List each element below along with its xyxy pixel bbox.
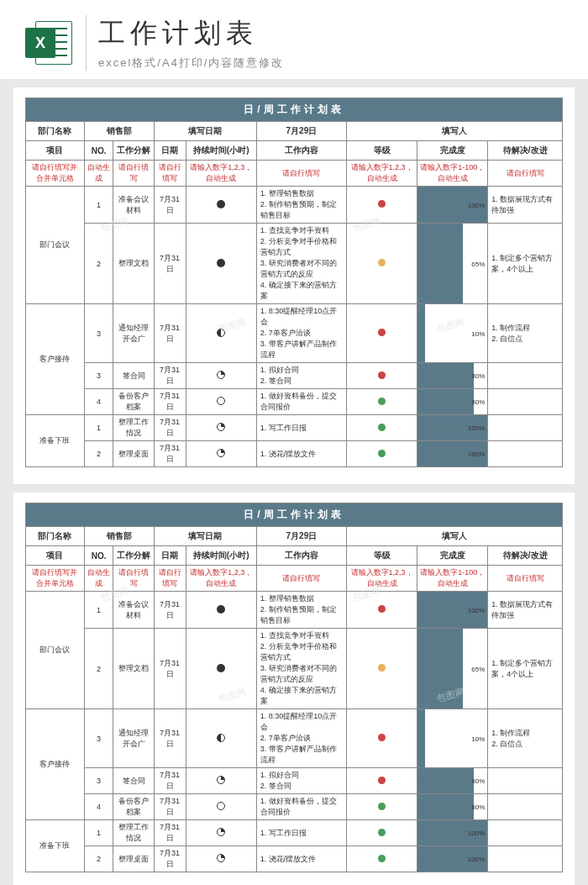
duration-cell	[186, 304, 256, 363]
content-cell: 1. 查找竞争对手资料2. 分析竞争对手价格和营销方式3. 研究消费者对不同的营…	[256, 629, 346, 709]
note-cell	[488, 441, 563, 467]
hint-cell: 请自行填写	[256, 161, 346, 187]
level-dot-icon	[378, 329, 386, 336]
col-header: 等级	[346, 546, 417, 566]
hint-cell: 自动生成	[84, 566, 113, 592]
duration-cell	[186, 629, 256, 709]
sheet-preview-2: 日/周工作计划表部门名称销售部填写日期7月29日填写人项目NO.工作分解日期持续…	[13, 493, 575, 885]
group-name: 准备下班	[26, 415, 85, 467]
col-header: 持续时间(小时)	[186, 546, 256, 566]
dept-label: 部门名称	[26, 527, 85, 546]
date-cell: 7月31日	[154, 629, 186, 709]
table-row: 准备下班1整理工作情况7月31日1. 写工作日报100%	[26, 415, 563, 441]
duration-cell	[186, 592, 256, 629]
task-cell: 备份客户档案	[113, 794, 154, 820]
note-cell: 1. 制定多个营销方案，4个以上	[488, 224, 563, 304]
progress-cell: 100%	[417, 187, 488, 224]
progress-cell: 65%	[417, 629, 488, 709]
level-dot-icon	[378, 200, 386, 208]
phase-icon	[217, 802, 225, 810]
content-cell: 1. 做好资料备份，提交合同报价	[256, 389, 346, 415]
level-dot-icon	[378, 259, 386, 266]
content-cell: 1. 查找竞争对手资料2. 分析竞争对手价格和营销方式3. 研究消费者对不同的营…	[256, 224, 346, 304]
table-title: 日/周工作计划表	[26, 98, 563, 122]
row-no: 3	[84, 363, 113, 389]
sheet-preview-1: 日/周工作计划表部门名称销售部填写日期7月29日填写人项目NO.工作分解日期持续…	[13, 87, 575, 484]
dept-label: 部门名称	[26, 122, 85, 141]
task-cell: 整理工作情况	[113, 820, 154, 846]
progress-cell: 80%	[417, 363, 488, 389]
phase-icon	[217, 329, 225, 337]
level-cell	[346, 415, 417, 441]
group-name: 客户接待	[26, 304, 85, 415]
hint-cell: 请自行填写	[113, 161, 154, 187]
col-header: 日期	[154, 546, 186, 566]
progress-cell: 80%	[417, 768, 488, 794]
task-cell: 准备会议材料	[113, 592, 154, 629]
note-cell	[488, 415, 563, 441]
level-cell	[346, 629, 417, 709]
col-header: 持续时间(小时)	[186, 141, 256, 161]
progress-cell: 100%	[417, 592, 488, 629]
content-cell: 1. 浇花/摆放文件	[256, 846, 346, 872]
task-cell: 签合同	[113, 768, 154, 794]
note-cell	[488, 846, 563, 872]
row-no: 2	[84, 846, 113, 872]
col-header: NO.	[84, 141, 113, 161]
level-cell	[346, 794, 417, 820]
hint-cell: 请自行填写	[256, 566, 346, 592]
table-row: 准备下班1整理工作情况7月31日1. 写工作日报100%	[26, 820, 563, 846]
note-cell: 1. 数据展现方式有待加强	[488, 187, 563, 224]
level-dot-icon	[378, 855, 386, 862]
phase-icon	[217, 449, 225, 457]
row-no: 1	[84, 592, 113, 629]
duration-cell	[186, 389, 256, 415]
duration-cell	[186, 363, 256, 389]
col-header: 工作分解	[113, 546, 154, 566]
date-label: 填写日期	[154, 527, 256, 546]
table-row: 3签合同7月31日1. 拟好合同2. 签合同80%	[26, 768, 563, 794]
progress-cell: 100%	[417, 846, 488, 872]
table-row: 客户接待3通知经理开会广7月31日1. 8:30提醒经理10点开会2. 7单客户…	[26, 709, 563, 768]
row-no: 2	[84, 224, 113, 304]
row-no: 1	[84, 187, 113, 224]
table-row: 2整理文档7月31日1. 查找竞争对手资料2. 分析竞争对手价格和营销方式3. …	[26, 629, 563, 709]
level-cell	[346, 592, 417, 629]
hint-cell: 请输入数字1-100，自动生成	[417, 161, 488, 187]
hint-cell: 请自行填写	[154, 161, 186, 187]
phase-icon	[217, 854, 225, 862]
content-cell: 1. 拟好合同2. 签合同	[256, 363, 346, 389]
table-row: 4备份客户档案7月31日1. 做好资料备份，提交合同报价80%	[26, 794, 563, 820]
content-cell: 1. 整理销售数据2. 制作销售预期，制定销售目标	[256, 187, 346, 224]
level-cell	[346, 768, 417, 794]
hint-cell: 请输入数字1,2,3，自动生成	[186, 161, 256, 187]
note-cell	[488, 363, 563, 389]
phase-icon	[217, 664, 225, 672]
hint-cell: 自动生成	[84, 161, 113, 187]
duration-cell	[186, 441, 256, 467]
phase-icon	[217, 734, 225, 742]
duration-cell	[186, 709, 256, 768]
hint-cell: 请自行填写	[488, 161, 563, 187]
note-cell	[488, 389, 563, 415]
content-cell: 1. 8:30提醒经理10点开会2. 7单客户洽谈3. 带客户讲解产品制作流程	[256, 709, 346, 768]
date-cell: 7月31日	[154, 363, 186, 389]
col-header: 工作内容	[256, 546, 346, 566]
progress-cell: 80%	[417, 389, 488, 415]
group-name: 客户接待	[26, 709, 85, 820]
content-cell: 1. 做好资料备份，提交合同报价	[256, 794, 346, 820]
date-cell: 7月31日	[154, 820, 186, 846]
group-name: 部门会议	[26, 187, 85, 304]
date-cell: 7月31日	[154, 709, 186, 768]
level-cell	[346, 224, 417, 304]
date-cell: 7月31日	[154, 592, 186, 629]
phase-icon	[217, 259, 225, 267]
col-header: 待解决/改进	[488, 546, 563, 566]
phase-icon	[217, 200, 225, 208]
phase-icon	[217, 397, 225, 405]
table-title: 日/周工作计划表	[26, 503, 563, 527]
level-dot-icon	[378, 371, 386, 379]
level-cell	[346, 187, 417, 224]
phase-icon	[217, 828, 225, 836]
content-cell: 1. 拟好合同2. 签合同	[256, 768, 346, 794]
